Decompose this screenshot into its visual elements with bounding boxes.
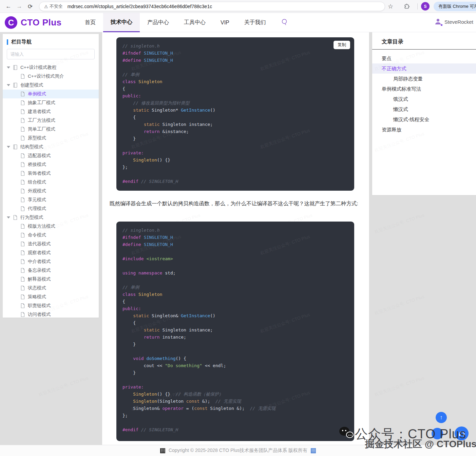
sidebar-item[interactable]: 工厂方法模式 bbox=[3, 116, 99, 125]
document-icon bbox=[20, 109, 25, 114]
user-icon: ★ bbox=[434, 18, 442, 26]
sidebar-item[interactable]: 桥接模式 bbox=[3, 160, 99, 169]
forward-icon[interactable]: → bbox=[15, 2, 24, 11]
sidebar-item-label: 结构型模式 bbox=[20, 144, 43, 150]
reload-icon[interactable]: ⟳ bbox=[26, 2, 35, 11]
caret-down-icon[interactable] bbox=[7, 66, 10, 69]
caret-down-icon[interactable] bbox=[7, 84, 10, 86]
toc-item[interactable]: 懒汉式-线程安全 bbox=[372, 114, 476, 125]
watermark-text: 欢迎关注公众号: CTO Plus bbox=[374, 212, 425, 235]
sidebar-item[interactable]: C++设计模式简介 bbox=[3, 72, 99, 81]
caret-down-icon[interactable] bbox=[7, 146, 10, 148]
copyright-text: Copyright © 2025-2028 CTO Plus技术服务团队产品体系… bbox=[169, 448, 307, 454]
book-icon bbox=[13, 144, 18, 150]
chrome-update-button[interactable]: 有新版 Chrome 可用 bbox=[434, 2, 476, 11]
sidebar-item[interactable]: 代理模式 bbox=[3, 204, 99, 213]
document-icon bbox=[20, 294, 25, 300]
sidebar-search-input[interactable] bbox=[7, 49, 95, 59]
sidebar-item-label: 享元模式 bbox=[28, 197, 46, 203]
sidebar-item[interactable]: 单例模式 bbox=[3, 90, 99, 98]
toc-item[interactable]: 不正确方式 bbox=[372, 63, 476, 74]
sidebar-item[interactable]: 备忘录模式 bbox=[3, 266, 99, 275]
copy-button[interactable]: 复制 bbox=[334, 41, 350, 49]
sidebar-item[interactable]: 抽象工厂模式 bbox=[3, 98, 99, 107]
nav-item-vip[interactable]: VIP bbox=[213, 13, 237, 32]
sidebar-item[interactable]: 行为型模式 bbox=[3, 213, 99, 222]
scroll-to-top-button[interactable]: ↑ bbox=[436, 412, 447, 423]
nav-item-home[interactable]: 首页 bbox=[77, 13, 103, 32]
sidebar-item[interactable]: 简单工厂模式 bbox=[3, 125, 99, 134]
sidebar-item[interactable]: 访问者模式 bbox=[3, 310, 99, 319]
qr-code-icon-blue bbox=[311, 448, 316, 453]
toc-item[interactable]: 单例模式标准写法 bbox=[372, 84, 476, 94]
code-block-1: 复制// singleton.h#ifndef SINGLETON_H#defi… bbox=[116, 37, 354, 191]
nav-item-product-center[interactable]: 产品中心 bbox=[140, 13, 176, 32]
customer-service-button[interactable] bbox=[455, 426, 469, 440]
document-icon bbox=[20, 100, 25, 106]
sidebar-item-label: 状态模式 bbox=[28, 285, 46, 291]
sidebar-item[interactable]: 迭代器模式 bbox=[3, 240, 99, 248]
toc-item[interactable]: 懒汉式 bbox=[372, 104, 476, 114]
document-icon bbox=[20, 206, 25, 211]
sidebar-item[interactable]: 状态模式 bbox=[3, 284, 99, 292]
sidebar-item[interactable]: 创建型模式 bbox=[3, 81, 99, 90]
user-account[interactable]: ★ SteveRocket bbox=[434, 18, 473, 26]
sidebar-item-label: C++设计模式简介 bbox=[28, 73, 64, 79]
nav-item-about-us[interactable]: 关于我们 bbox=[237, 13, 273, 32]
toc-item[interactable]: 局部静态变量 bbox=[372, 74, 476, 84]
nav-item-tech-center[interactable]: 技术中心 bbox=[103, 13, 140, 32]
sidebar-item[interactable]: 职责链模式 bbox=[3, 301, 99, 310]
security-warning[interactable]: ⚠不安全 bbox=[44, 3, 63, 10]
code-text: // singleton.h#ifndef SINGLETON_H#define… bbox=[122, 42, 348, 185]
qr-code-icon bbox=[160, 448, 165, 453]
sidebar-item[interactable]: 解释器模式 bbox=[3, 275, 99, 284]
toc-item[interactable]: 饿汉式 bbox=[372, 94, 476, 104]
search-icon[interactable] bbox=[281, 18, 289, 26]
sidebar-item[interactable]: 结构型模式 bbox=[3, 142, 99, 151]
document-icon bbox=[20, 241, 25, 247]
sidebar-item[interactable]: 原型模式 bbox=[3, 134, 99, 142]
sidebar-item-label: 策略模式 bbox=[28, 294, 46, 300]
article-paragraph: 既然编译器会生成一个默认的拷贝构造函数，那么，为什么不让编译器不这么干呢？这就产… bbox=[110, 198, 363, 208]
sidebar-item[interactable]: 外观模式 bbox=[3, 187, 99, 195]
sidebar-item[interactable]: 策略模式 bbox=[3, 292, 99, 301]
sidebar-item[interactable]: 命令模式 bbox=[3, 231, 99, 240]
document-icon bbox=[20, 153, 25, 158]
document-icon bbox=[20, 224, 25, 229]
sidebar-item-label: 职责链模式 bbox=[28, 303, 51, 309]
warning-icon: ⚠ bbox=[44, 4, 48, 9]
sidebar-item-label: 迭代器模式 bbox=[28, 241, 51, 247]
sidebar-item[interactable]: 中介者模式 bbox=[3, 257, 99, 266]
toc-item[interactable]: 资源释放 bbox=[372, 125, 476, 135]
toc-item[interactable]: 要点 bbox=[372, 53, 476, 63]
code-block-2: // singleton.h#ifndef SINGLETON_H#define… bbox=[116, 222, 354, 441]
user-name: SteveRocket bbox=[444, 19, 473, 25]
sidebar-item[interactable]: 装饰者模式 bbox=[3, 169, 99, 178]
site-logo[interactable]: C CTO Plus bbox=[5, 16, 62, 29]
sidebar-item[interactable]: 享元模式 bbox=[3, 195, 99, 204]
logo-icon: C bbox=[5, 16, 17, 29]
sidebar-item[interactable]: 建造者模式 bbox=[3, 107, 99, 116]
pattern-tree: C++设计模式教程C++设计模式简介创建型模式单例模式抽象工厂模式建造者模式工厂… bbox=[3, 63, 99, 319]
caret-down-icon[interactable] bbox=[7, 216, 10, 218]
column-nav-sidebar: 栏目导航 C++设计模式教程C++设计模式简介创建型模式单例模式抽象工厂模式建造… bbox=[3, 34, 99, 318]
sidebar-item-label: 桥接模式 bbox=[28, 162, 46, 168]
sidebar-item[interactable]: 组合模式 bbox=[3, 178, 99, 187]
sidebar-item[interactable]: 模版方法模式 bbox=[3, 222, 99, 231]
document-icon bbox=[20, 268, 25, 273]
url-text: mdrsec.com/#/ctoplus_article/2cbea93743e… bbox=[68, 4, 212, 9]
sidebar-item[interactable]: 观察者模式 bbox=[3, 248, 99, 257]
floating-action-button[interactable] bbox=[432, 428, 443, 439]
sidebar-item-label: 代理模式 bbox=[28, 206, 46, 212]
document-icon bbox=[20, 250, 25, 255]
nav-item-tool-center[interactable]: 工具中心 bbox=[176, 13, 213, 32]
browser-profile-avatar[interactable]: S bbox=[421, 2, 430, 11]
sidebar-item[interactable]: C++设计模式教程 bbox=[3, 63, 99, 72]
watermark-text: 欢迎关注公众号: CTO Plus bbox=[374, 293, 425, 316]
address-bar[interactable]: ⚠不安全 mdrsec.com/#/ctoplus_article/2cbea9… bbox=[39, 2, 385, 11]
extensions-icon[interactable] bbox=[402, 2, 411, 11]
logo-text: CTO Plus bbox=[21, 17, 62, 28]
back-icon[interactable]: ← bbox=[4, 2, 13, 11]
sidebar-item[interactable]: 适配器模式 bbox=[3, 151, 99, 160]
bookmark-star-icon[interactable]: ☆ bbox=[386, 2, 395, 11]
